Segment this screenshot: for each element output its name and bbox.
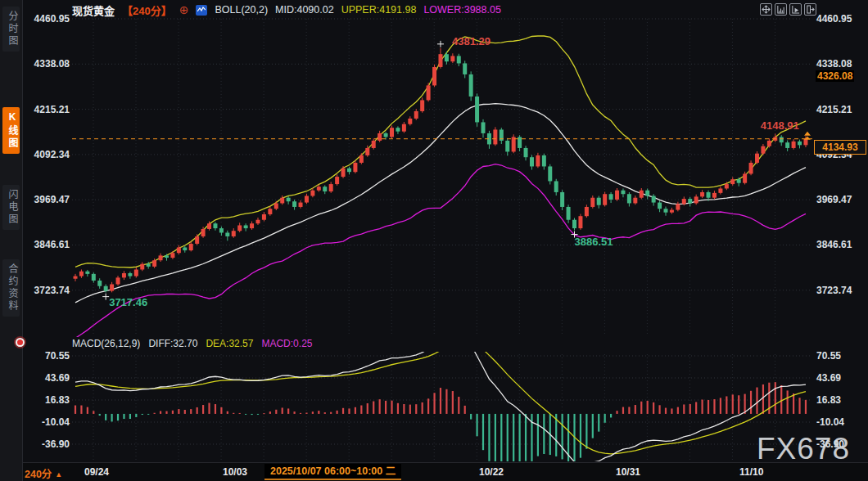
chart-type-sidebar: 分时图 K线图 闪电图 合约资料: [0, 0, 23, 481]
pan-crosshair-icon[interactable]: [760, 3, 772, 16]
boll-indicator-label: BOLL(20,2): [215, 4, 268, 16]
macd-diff-value: DIFF:32.70: [148, 338, 197, 349]
axis-zoom-icon[interactable]: [775, 3, 787, 16]
current-price-box: 4134.93: [814, 140, 866, 155]
instrument-title: 现货黄金: [72, 2, 115, 18]
macd-formula-label: MACD(26,12,9): [72, 338, 140, 349]
axis-playback-icon[interactable]: [789, 3, 802, 16]
x-axis-date-label: 10/03: [223, 466, 247, 478]
timeframe-label: 【240分】: [122, 2, 172, 18]
chart-type-icon[interactable]: [196, 5, 207, 16]
chart-toolbar: [760, 3, 816, 16]
sidebar-tab-lightning-chart[interactable]: 闪电图: [2, 185, 20, 230]
add-indicator-icon[interactable]: ⊕: [179, 4, 189, 16]
x-axis-date-label: 09/24: [84, 466, 109, 478]
boll-mid-value: MID:4090.02: [275, 4, 334, 16]
trading-chart-window: 4381.293717.463886.514148.914460.954460.…: [0, 0, 868, 481]
candlestick-chart[interactable]: [0, 0, 868, 481]
boll-upper-value: UPPER:4191.98: [341, 4, 417, 16]
timeframe-button-label: 240分: [25, 469, 52, 480]
macd-dea-value: DEA:32.57: [206, 338, 253, 349]
alert-price-label: 4326.08: [816, 70, 854, 82]
x-axis-date-label: 10/22: [479, 466, 504, 478]
x-axis-date-label: 10/31: [616, 466, 640, 478]
session-highlight[interactable]: 2025/10/07 06:00~10:00 二: [264, 464, 401, 480]
x-axis-date-label: 11/10: [739, 466, 763, 478]
sidebar-tab-candle-chart[interactable]: K线图: [2, 107, 20, 154]
live-record-icon: [16, 338, 25, 347]
boll-lower-value: LOWER:3988.05: [423, 4, 501, 16]
timeframe-button[interactable]: 240分▲: [25, 465, 62, 481]
time-axis-bar: 240分▲ 2025/10/07 06:00~10:00 二 09/2410/0…: [0, 462, 868, 481]
chart-header: 现货黄金 【240分】 ⊕ BOLL(20,2) MID:4090.02 UPP…: [72, 2, 501, 17]
chevron-up-icon: ▲: [55, 470, 62, 479]
exit-chart-icon[interactable]: [804, 3, 816, 16]
sidebar-tab-time-chart[interactable]: 分时图: [2, 7, 20, 52]
sidebar-tab-contract-info[interactable]: 合约资料: [2, 259, 20, 317]
macd-header: MACD(26,12,9) DIFF:32.70 DEA:32.57 MACD:…: [72, 338, 312, 349]
macd-value: MACD:0.25: [261, 338, 312, 349]
